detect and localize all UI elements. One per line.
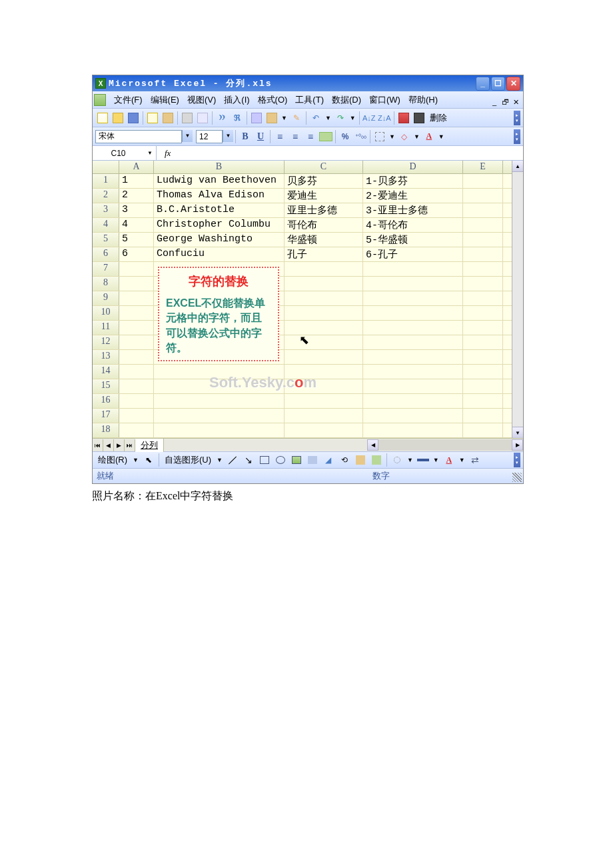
increase-decimal-button[interactable]: ⁺⁰₀₀ bbox=[353, 129, 368, 144]
menu-view[interactable]: 视图(V) bbox=[183, 93, 220, 107]
cell[interactable]: 孔子 bbox=[285, 247, 363, 261]
row-header[interactable]: 18 bbox=[93, 423, 119, 437]
menu-insert[interactable]: 插入(I) bbox=[220, 93, 253, 107]
scroll-up-button[interactable]: ▲ bbox=[512, 161, 523, 172]
align-right-button[interactable]: ≡ bbox=[303, 129, 318, 144]
close-button[interactable]: ✕ bbox=[506, 77, 520, 91]
cell[interactable] bbox=[463, 365, 503, 379]
cell[interactable]: 4 bbox=[119, 218, 154, 232]
merge-center-button[interactable] bbox=[318, 129, 333, 144]
cell[interactable] bbox=[463, 189, 503, 203]
percent-button[interactable]: % bbox=[338, 129, 352, 144]
bold-button[interactable]: B bbox=[238, 129, 253, 144]
cell[interactable] bbox=[285, 321, 363, 335]
fill-color-dropdown[interactable]: ▼ bbox=[412, 133, 421, 140]
cell[interactable] bbox=[285, 277, 363, 291]
name-box-dropdown-icon[interactable]: ▼ bbox=[144, 147, 156, 159]
format-painter-button[interactable]: ✎ bbox=[289, 111, 304, 125]
font-name-combo[interactable]: 宋体 ▼ bbox=[95, 130, 193, 143]
cell[interactable]: Thomas Alva Edison bbox=[154, 189, 285, 203]
cell[interactable] bbox=[363, 394, 463, 408]
cell[interactable]: 4-哥伦布 bbox=[363, 218, 463, 232]
cell[interactable] bbox=[363, 335, 463, 349]
row-header[interactable]: 10 bbox=[93, 306, 119, 320]
cell[interactable]: 华盛顿 bbox=[285, 233, 363, 247]
cell[interactable] bbox=[119, 321, 154, 335]
minimize-button[interactable]: _ bbox=[476, 77, 490, 91]
print-preview-button[interactable] bbox=[195, 111, 210, 125]
font-color-dropdown[interactable]: ▼ bbox=[458, 457, 466, 463]
save-button[interactable] bbox=[126, 111, 141, 125]
cell[interactable] bbox=[463, 218, 503, 232]
select-objects-button[interactable]: ⬉ bbox=[141, 453, 156, 467]
cell[interactable] bbox=[363, 321, 463, 335]
cell[interactable] bbox=[363, 423, 463, 437]
cell[interactable] bbox=[119, 291, 154, 305]
row-header[interactable]: 7 bbox=[93, 262, 119, 276]
align-center-button[interactable]: ≡ bbox=[288, 129, 303, 144]
sort-asc-button[interactable]: A↓Z bbox=[362, 111, 376, 125]
cell[interactable] bbox=[119, 335, 154, 349]
resize-grip[interactable] bbox=[512, 473, 522, 482]
row-header[interactable]: 5 bbox=[93, 233, 119, 247]
cell[interactable] bbox=[463, 423, 503, 437]
tab-nav-prev[interactable]: ◀ bbox=[103, 439, 114, 451]
organization-chart-button[interactable]: ⟲ bbox=[337, 453, 352, 467]
cell[interactable] bbox=[463, 174, 503, 188]
cell[interactable] bbox=[119, 423, 154, 437]
cell[interactable]: B.C.Aristotle bbox=[154, 203, 285, 217]
toolbar-expand[interactable]: ▸▾ bbox=[514, 453, 520, 467]
row-header[interactable]: 13 bbox=[93, 350, 119, 364]
horizontal-scrollbar[interactable]: ◀ ▶ bbox=[164, 439, 523, 451]
column-header-B[interactable]: B bbox=[154, 161, 285, 173]
cell[interactable]: 1-贝多芬 bbox=[363, 174, 463, 188]
fill-color-button[interactable] bbox=[390, 453, 404, 467]
row-header[interactable]: 17 bbox=[93, 409, 119, 423]
underline-button[interactable]: U bbox=[253, 129, 268, 144]
toolbar-expand[interactable]: ▸▾ bbox=[514, 111, 520, 125]
cell[interactable] bbox=[285, 291, 363, 305]
cell[interactable] bbox=[363, 409, 463, 423]
textbox-button[interactable] bbox=[289, 453, 304, 467]
cell[interactable]: 3 bbox=[119, 203, 154, 217]
autoshapes-dropdown[interactable]: ▼ bbox=[215, 457, 224, 463]
cell[interactable] bbox=[154, 409, 285, 423]
cell[interactable] bbox=[463, 306, 503, 320]
cell[interactable] bbox=[285, 423, 363, 437]
cell[interactable] bbox=[285, 262, 363, 276]
tab-nav-last[interactable]: ⏭ bbox=[125, 439, 135, 451]
undo-dropdown[interactable]: ▼ bbox=[324, 115, 332, 121]
email-button[interactable] bbox=[161, 111, 175, 125]
menu-tools[interactable]: 工具(T) bbox=[291, 93, 328, 107]
redo-button[interactable]: ↷ bbox=[333, 111, 348, 125]
select-all-corner[interactable] bbox=[93, 161, 119, 173]
cell[interactable] bbox=[119, 306, 154, 320]
draw-menu[interactable]: 绘图(R) bbox=[95, 454, 130, 466]
cell[interactable]: Ludwig van Beethoven bbox=[154, 174, 285, 188]
cell[interactable] bbox=[285, 335, 363, 349]
cell[interactable] bbox=[119, 277, 154, 291]
cell[interactable]: 6 bbox=[119, 247, 154, 261]
cell[interactable]: 3-亚里士多德 bbox=[363, 203, 463, 217]
new-button[interactable] bbox=[95, 111, 110, 125]
toolbar-expand[interactable]: ▸▾ bbox=[514, 129, 520, 144]
cell[interactable]: 2-爱迪生 bbox=[363, 189, 463, 203]
cell[interactable] bbox=[463, 233, 503, 247]
name-box[interactable]: C10 ▼ bbox=[93, 146, 157, 160]
cell[interactable]: 哥伦布 bbox=[285, 218, 363, 232]
menu-window[interactable]: 窗口(W) bbox=[365, 93, 404, 107]
column-header-C[interactable]: C bbox=[285, 161, 363, 173]
permission-button[interactable] bbox=[145, 111, 160, 125]
undo-button[interactable]: ↶ bbox=[308, 111, 323, 125]
cell[interactable] bbox=[463, 350, 503, 364]
align-left-button[interactable]: ≡ bbox=[273, 129, 287, 144]
row-header[interactable]: 14 bbox=[93, 365, 119, 379]
borders-dropdown[interactable]: ▼ bbox=[388, 133, 396, 140]
font-name-dropdown-icon[interactable]: ▼ bbox=[182, 130, 193, 142]
row-header[interactable]: 1 bbox=[93, 174, 119, 188]
cell[interactable] bbox=[463, 321, 503, 335]
menu-help[interactable]: 帮助(H) bbox=[404, 93, 442, 107]
cell[interactable] bbox=[285, 394, 363, 408]
column-header-E[interactable]: E bbox=[463, 161, 503, 173]
cell[interactable] bbox=[119, 262, 154, 276]
